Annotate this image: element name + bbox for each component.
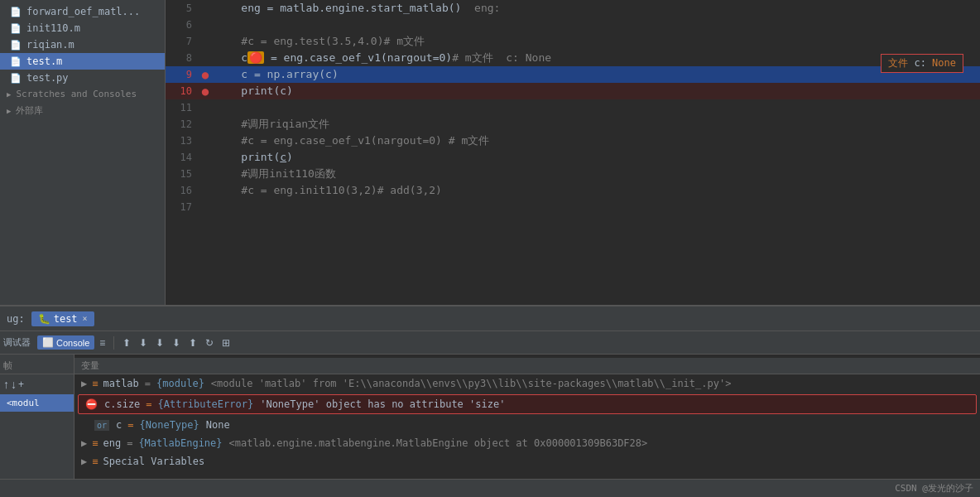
sidebar-item-label: init110.m [26,22,80,34]
code-line-9: 9 ● c = np.array(c) [166,66,980,83]
line-number: 12 [166,116,199,133]
var-row-special: ▶ ≡ Special Variables [74,452,980,470]
sidebar-item-label: 外部库 [16,104,43,117]
vars-label: 变量 [81,359,99,372]
debugger-label: 调试器 [3,336,31,349]
console-toolbar: 调试器 ⬜ Console ≡ ⬆ ⬇ ⬇ ⬇ ⬆ ↻ ⊞ [0,331,980,355]
code-content: #c = eng.case_oef_v1(nargout=0) # m文件 [212,133,980,149]
hint-box: 文件 c: None [881,54,963,73]
code-content: print(c) [212,149,980,166]
var-equals: = [146,398,151,410]
expand-arrow[interactable]: ▶ [81,456,87,467]
line-number: 16 [166,182,199,199]
code-line-7: 7 #c = eng.test(3.5,4.0)# m文件 [166,33,980,50]
var-type: {NoneType} [140,419,199,431]
code-content: c = np.array(c) [212,66,980,83]
code-line-5: 5 eng = matlab.engine.start_matlab() eng… [166,0,980,17]
arrow-up-btn[interactable]: ↑ [3,378,9,391]
close-icon[interactable]: × [83,314,88,323]
debug-tabbar: ug: 🐛 test × [0,306,980,331]
var-row-matlab: ▶ ≡ matlab = {module} <module 'matlab' f… [74,374,980,393]
separator [113,336,114,350]
vars-header: 变量 [74,358,980,374]
expand-arrow[interactable]: ▶ [81,437,87,449]
var-equals: = [127,419,133,431]
line-dot: ● [199,66,212,83]
debug-frames: 帧 ↑ ↓ + <modul [0,355,74,479]
var-section-icon: ≡ [92,437,98,449]
sidebar: 📄 forward_oef_matl... 📄 init110.m 📄 riqi… [0,0,166,305]
code-content: #调用init110函数 [212,166,980,182]
toolbar-menu[interactable]: ≡ [96,335,108,350]
debug-tab-test[interactable]: 🐛 test × [31,311,94,326]
frame-header: 帧 [0,358,74,374]
editor-wrapper: 文件 c: None 5 eng = matlab.engine.start_m… [166,0,980,305]
code-line-17: 17 [166,199,980,215]
var-row-csize-error: ⛔ c.size = {AttributeError} 'NoneType' o… [78,394,977,414]
file-icon: 📄 [10,7,22,17]
or-label: or [94,420,109,431]
expand-arrow[interactable]: ▶ [81,378,87,389]
code-content: c🔴 = eng.case_oef_v1(nargout=0)# m文件 c: … [212,50,980,66]
file-icon: 📄 [10,40,22,51]
code-line-16: 16 #c = eng.init110(3,2)# add(3,2) [166,182,980,199]
bug-icon: 🐛 [38,313,50,325]
var-type: {MatlabEngine} [138,437,222,449]
step-over-btn[interactable]: ⬆ [119,335,134,350]
sidebar-item-label: test.m [26,55,62,67]
sidebar-item-external[interactable]: ▶ 外部库 [0,102,165,119]
sidebar-item-riqian[interactable]: 📄 riqian.m [0,36,165,53]
error-icon: ⛔ [85,398,98,410]
code-content: #调用riqian文件 [212,116,980,133]
step-into-btn[interactable]: ⬇ [136,335,151,350]
debug-panel: 帧 ↑ ↓ + <modul 变量 ▶ ≡ [0,355,980,479]
sidebar-item-scratches[interactable]: ▶ Scratches and Consoles [0,86,165,102]
var-section-icon: ≡ [92,456,98,467]
hint-text: 文件 c: None [888,57,956,69]
code-content: print(c) [212,83,980,99]
add-frame-btn[interactable]: + [18,378,24,391]
sidebar-item-test-m[interactable]: 📄 test.m [0,53,165,70]
debug-area: ug: 🐛 test × 调试器 ⬜ Console ≡ ⬆ ⬇ ⬇ ⬇ ⬆ ↻… [0,305,980,479]
arrow-down-btn[interactable]: ↓ [11,378,17,391]
line-number: 11 [166,99,199,116]
var-name: c.size [104,398,140,410]
sidebar-item-label: riqian.m [26,39,74,51]
code-line-13: 13 #c = eng.case_oef_v1(nargout=0) # m文件 [166,133,980,149]
run-btn[interactable]: ⬇ [169,335,184,350]
code-container[interactable]: 文件 c: None 5 eng = matlab.engine.start_m… [166,0,980,215]
frame-item[interactable]: <modul [0,394,74,412]
resume-btn[interactable]: ↻ [202,335,217,350]
code-line-8: 8 c🔴 = eng.case_oef_v1(nargout=0)# m文件 c… [166,50,980,66]
var-name: matlab [103,378,138,389]
arrow-icon: ▶ [7,90,11,99]
console-button[interactable]: ⬜ Console [37,335,94,350]
line-number: 8 [166,50,199,66]
code-line-6: 6 [166,17,980,33]
line-dot: ● [199,83,212,99]
code-content: #c = eng.init110(3,2)# add(3,2) [212,182,980,199]
var-value: <matlab.engine.matlabengine.MatlabEngine… [229,437,648,449]
watermark: CSDN @发光的沙子 [895,482,973,495]
code-line-10: 10 ● print(c) [166,83,980,99]
frame-arrows: ↑ ↓ + [0,374,74,394]
sidebar-item-forward-oef[interactable]: 📄 forward_oef_matl... [0,3,165,20]
var-row-eng: ▶ ≡ eng = {MatlabEngine} <matlab.engine.… [74,434,980,452]
main-area: 📄 forward_oef_matl... 📄 init110.m 📄 riqi… [0,0,980,305]
tab-label: test [54,313,78,325]
console-label: Console [56,338,89,348]
code-content: #c = eng.test(3.5,4.0)# m文件 [212,33,980,50]
var-name: eng [103,437,121,449]
var-equals: = [145,378,151,389]
frame-item-label: <modul [7,398,40,408]
sidebar-item-init110[interactable]: 📄 init110.m [0,20,165,36]
arrow-icon: ▶ [7,107,11,115]
line-number: 13 [166,133,199,149]
sidebar-item-test-py[interactable]: 📄 test.py [0,70,165,86]
var-name: c [116,419,122,431]
pause-btn[interactable]: ⬆ [185,335,200,350]
var-value: None [206,419,230,431]
step-out-btn[interactable]: ⬇ [152,335,167,350]
grid-btn[interactable]: ⊞ [219,335,233,350]
line-number: 10 [166,83,199,99]
